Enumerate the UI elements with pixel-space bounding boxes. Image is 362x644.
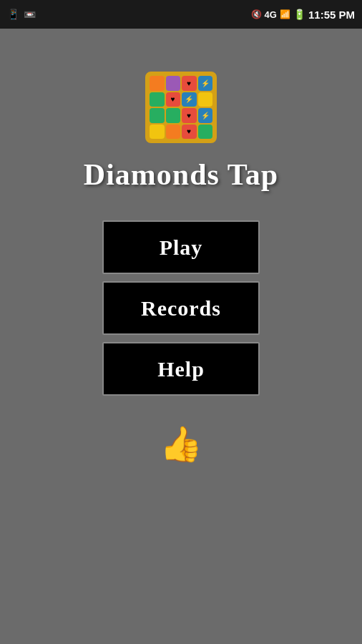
thumbs-up-emoji: 👍 <box>160 424 202 464</box>
gem-9 <box>150 108 165 123</box>
gem-16 <box>198 125 213 140</box>
status-time: 11:55 PM <box>308 9 355 21</box>
gem-5 <box>150 92 165 107</box>
gem-15: ♥ <box>182 125 197 140</box>
signal-icon: 📶 <box>280 9 290 19</box>
gem-2 <box>166 76 181 91</box>
gem-7: ⚡ <box>182 92 197 107</box>
status-bar-right: 🔇 4G 📶 🔋 11:55 PM <box>251 9 355 21</box>
game-logo: ♥ ⚡ ♥ ⚡ ♥ ⚡ ♥ <box>145 72 217 143</box>
gem-3: ♥ <box>182 76 197 91</box>
battery-icon: 🔋 <box>293 9 305 20</box>
game-title: Diamonds Tap <box>84 157 278 192</box>
network-label: 4G <box>265 9 277 20</box>
gem-8 <box>198 92 213 107</box>
gem-1 <box>150 76 165 91</box>
gem-14 <box>166 125 181 140</box>
records-button[interactable]: Records <box>102 281 260 335</box>
gem-12: ⚡ <box>198 108 213 123</box>
main-content: ♥ ⚡ ♥ ⚡ ♥ ⚡ ♥ Diamonds Tap Play Records … <box>0 29 362 464</box>
phone-icon: 📱 <box>7 9 19 20</box>
play-button[interactable]: Play <box>102 220 260 274</box>
gem-13 <box>150 125 165 140</box>
gem-11: ♥ <box>182 108 197 123</box>
mute-icon: 🔇 <box>251 9 262 19</box>
cassette-icon: 📼 <box>24 9 36 20</box>
gem-6: ♥ <box>166 92 181 107</box>
status-bar-left: 📱 📼 <box>7 9 36 20</box>
help-button[interactable]: Help <box>102 342 260 396</box>
gem-4: ⚡ <box>198 76 213 91</box>
gem-10 <box>166 108 181 123</box>
status-bar: 📱 📼 🔇 4G 📶 🔋 11:55 PM <box>0 0 362 29</box>
